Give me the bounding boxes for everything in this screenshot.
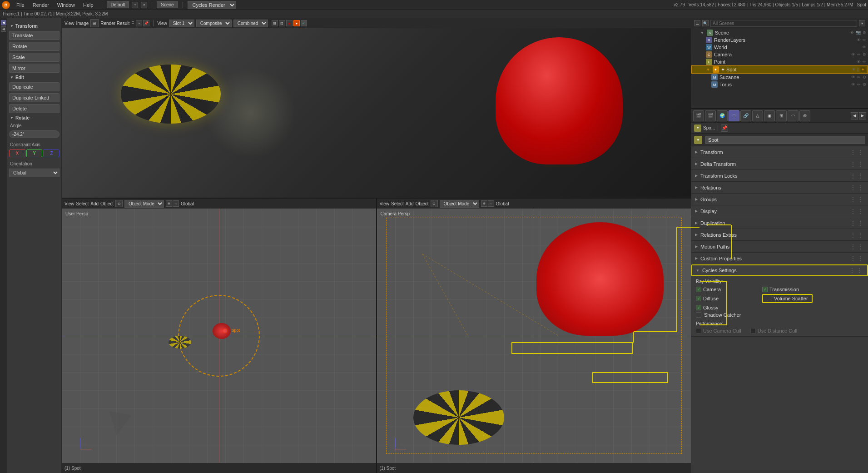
props-pin-btn[interactable]: 📌 (721, 124, 728, 132)
rr-icon-btn[interactable]: ⊞ (90, 19, 99, 27)
rvp-object-menu[interactable]: Object (416, 201, 429, 206)
outliner-scene-item[interactable]: ▼ S Scene 👁 📷 ⚙ (691, 29, 868, 36)
outliner-torus-item[interactable]: M Torus 👁 ✏ ⚙ (691, 81, 868, 88)
spot-highlight-icon[interactable]: ✦ (860, 67, 866, 72)
cam-constraint-icon[interactable]: ⚙ (863, 52, 866, 57)
z-axis-btn[interactable]: Z (43, 149, 60, 157)
groups-section[interactable]: ▶ Groups ⋮⋮ (691, 194, 868, 205)
menu-file[interactable]: File (13, 1, 28, 9)
suzanne-eye-icon[interactable]: 👁 (851, 75, 855, 80)
relations-section[interactable]: ▶ Relations ⋮⋮ (691, 182, 868, 194)
props-nav-left[interactable]: ◀ (851, 112, 858, 119)
vp-select-menu[interactable]: Select (76, 201, 89, 206)
outliner-spot-item[interactable]: ▼ ✦ ✦ Spot 👁 | ✦ (691, 65, 868, 74)
scene-name[interactable]: Scene (157, 1, 178, 8)
angle-value[interactable]: -24.2° (9, 130, 60, 138)
cam-cull-checkbox[interactable] (696, 328, 701, 334)
spot-extra-icon[interactable]: | (858, 67, 858, 72)
props-scene-btn[interactable]: 🎬 (705, 110, 716, 121)
screen-layout[interactable]: Default (107, 1, 129, 8)
rr-view-menu2[interactable]: View (157, 21, 167, 26)
outliner-world-item[interactable]: W World 👁 (691, 44, 868, 51)
vp-mode-icon[interactable]: ⊙ (115, 200, 123, 207)
props-particles-btn[interactable]: ·:· (788, 110, 799, 121)
custom-props-section[interactable]: ▶ Custom Properties ⋮⋮ (691, 253, 868, 264)
outliner-renderlayers-item[interactable]: R RenderLayers 👁 ✏ (691, 36, 868, 44)
props-render-btn[interactable]: 🎬 (693, 110, 704, 121)
rvp-add-menu[interactable]: Add (406, 201, 414, 206)
props-materials-btn[interactable]: ◉ (764, 110, 775, 121)
y-axis-btn[interactable]: Y (26, 149, 43, 157)
outliner-search-btn[interactable]: 🔍 (702, 20, 709, 26)
props-object-btn[interactable]: □ (729, 110, 739, 121)
combined-dropdown[interactable]: Combined (233, 20, 268, 27)
layout-add-btn[interactable]: + (132, 2, 138, 8)
rvp-select-menu[interactable]: Select (391, 201, 404, 206)
scene-cam-icon[interactable]: 📷 (856, 30, 861, 35)
composite-dropdown[interactable]: Composite (196, 20, 232, 27)
render-ctrl-1[interactable]: ⊟ (272, 20, 278, 26)
torus-eye-icon[interactable]: 👁 (851, 82, 855, 87)
delete-btn[interactable]: Delete (9, 104, 60, 113)
scale-btn[interactable]: Scale (9, 53, 60, 62)
render-check-btn[interactable]: ✓ (301, 20, 307, 26)
transform-section[interactable]: ▶ Transform ⋮⋮ (691, 146, 868, 158)
menu-help[interactable]: Help (79, 1, 97, 9)
rl-eye-icon[interactable]: 👁 (857, 38, 861, 42)
display-section[interactable]: ▶ Display ⋮⋮ (691, 205, 868, 217)
duplication-section[interactable]: ▶ Duplication ⋮⋮ (691, 217, 868, 229)
outliner-search-input[interactable] (710, 20, 857, 27)
scene-eye-icon[interactable]: 👁 (850, 30, 854, 35)
delta-transform-section[interactable]: ▶ Delta Transform ⋮⋮ (691, 158, 868, 170)
rr-view-menu[interactable]: View (64, 21, 74, 26)
point-edit-icon[interactable]: ✏ (863, 60, 866, 64)
props-nav-right[interactable]: ▶ (859, 112, 866, 119)
slot-dropdown[interactable]: Slot 1 (169, 20, 194, 27)
outliner-point-item[interactable]: L Point 👁 ✏ (691, 58, 868, 65)
relations-extras-section[interactable]: ▶ Relations Extras ⋮⋮ (691, 229, 868, 241)
translate-btn[interactable]: Translate (9, 31, 60, 40)
rvp-pivot-btn[interactable]: ⊕ (481, 200, 487, 207)
outliner-suzanne-item[interactable]: M Suzanne 👁 ✏ ⚙ (691, 74, 868, 81)
point-eye-icon[interactable]: 👁 (857, 60, 861, 64)
world-eye-icon[interactable]: 👁 (862, 45, 866, 50)
diffuse-checkbox[interactable]: ✓ (696, 296, 701, 301)
volume-scatter-checkbox[interactable] (767, 296, 772, 301)
duplicate-linked-btn[interactable]: Duplicate Linked (9, 93, 60, 102)
duplicate-btn[interactable]: Duplicate (9, 82, 60, 91)
props-textures-btn[interactable]: ⊞ (776, 110, 787, 121)
props-world-btn[interactable]: 🌍 (717, 110, 728, 121)
render-ctrl-2[interactable]: ⊡ (279, 20, 285, 26)
vp-mode-dropdown[interactable]: Object Mode (124, 200, 164, 208)
props-constraints-btn[interactable]: 🔗 (740, 110, 751, 121)
render-go-btn[interactable]: ● (293, 20, 300, 26)
suzanne-constraint-icon[interactable]: ⚙ (863, 75, 866, 80)
outliner-camera-item[interactable]: C Camera 👁 ✏ ⚙ (691, 51, 868, 58)
cam-edit-icon[interactable]: ✏ (857, 52, 861, 57)
orientation-dropdown[interactable]: Global (9, 169, 60, 177)
layout-close-btn[interactable]: × (141, 2, 147, 8)
rvp-view-menu[interactable]: View (380, 201, 390, 206)
rr-image-menu[interactable]: Image (76, 21, 89, 26)
camera-checkbox[interactable]: ✓ (696, 287, 701, 292)
rr-pin-btn[interactable]: 📌 (143, 20, 149, 26)
outliner-icon-btn[interactable]: ☰ (694, 20, 700, 26)
transmission-checkbox[interactable]: ✓ (762, 287, 768, 292)
props-physics-btn[interactable]: ⊗ (799, 110, 810, 121)
torus-constraint-icon[interactable]: ⚙ (863, 82, 866, 87)
cycles-settings-section[interactable]: ▼ Cycles Settings ⋮⋮ (691, 264, 868, 276)
motion-paths-section[interactable]: ▶ Motion Paths ⋮⋮ (691, 241, 868, 253)
vp-add-menu[interactable]: Add (90, 201, 99, 206)
props-data-btn[interactable]: △ (752, 110, 763, 121)
vp-view-menu[interactable]: View (64, 201, 74, 206)
vp-pivot-btn[interactable]: ⊕ (166, 200, 172, 207)
rotate-btn[interactable]: Rotate (9, 42, 60, 51)
spot-eye-icon[interactable]: 👁 (852, 67, 856, 72)
render-engine-dropdown[interactable]: Cycles Render (188, 1, 236, 9)
left-viewport-canvas[interactable]: User Persp Spot (62, 209, 376, 463)
outliner-filter-btn[interactable]: ▾ (859, 20, 865, 26)
rl-edit-icon[interactable]: ✏ (863, 38, 866, 42)
glossy-checkbox[interactable]: ✓ (696, 305, 701, 310)
vp-object-menu[interactable]: Object (100, 201, 114, 206)
volume-scatter-btn[interactable]: Volume Scatter (762, 294, 813, 303)
